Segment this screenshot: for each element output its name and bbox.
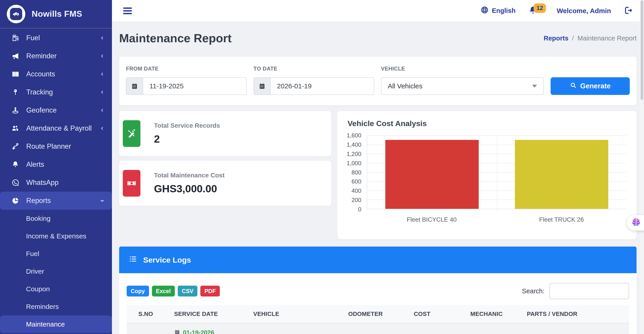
- menu-toggle-button[interactable]: [123, 7, 132, 14]
- sidebar-item-reminder[interactable]: Reminder: [0, 47, 112, 65]
- submenu-label: Booking: [26, 215, 50, 222]
- column-header-cost[interactable]: COST: [409, 305, 466, 323]
- sidebar-subitem-maintenance[interactable]: Maintenance: [0, 316, 112, 333]
- brand: Nowills FMS: [0, 0, 112, 28]
- banknote-icon: [123, 170, 140, 197]
- from-date-input[interactable]: [143, 78, 246, 94]
- sidebar-item-alerts[interactable]: Alerts: [0, 155, 112, 174]
- y-tick-label: 1,600: [347, 132, 361, 139]
- service-logs-body: CopyExcelCSVPDF Search: S.NO SERVICE DAT…: [119, 273, 636, 334]
- stat-value: 2: [154, 133, 220, 145]
- table-header-row: S.NO SERVICE DATE VEHICLE ODOMETER COST …: [127, 305, 629, 323]
- main-content: Maintenance Report Reports / Maintenance…: [112, 22, 640, 334]
- export-csv-button[interactable]: CSV: [178, 286, 198, 297]
- breadcrumb: Reports / Maintenance Report: [544, 34, 636, 42]
- submenu-label: Reminders: [26, 303, 59, 311]
- whatsapp-icon: [10, 179, 20, 186]
- geofence-icon: [10, 106, 20, 114]
- export-buttons: CopyExcelCSVPDF: [127, 286, 220, 297]
- service-logs-title: Service Logs: [143, 256, 191, 264]
- sidebar-item-route-planner[interactable]: Route Planner: [0, 137, 112, 155]
- sidebar: Nowills FMS Fuel Reminder Accounts Track…: [0, 0, 112, 334]
- sidebar-item-attendance-payroll[interactable]: Attendance & Payroll: [0, 119, 112, 137]
- notifications-button[interactable]: 12: [528, 6, 544, 16]
- vehicle-select[interactable]: All Vehicles: [381, 77, 544, 95]
- ai-assistant-widget[interactable]: [627, 215, 644, 231]
- sidebar-item-whatsapp[interactable]: WhatsApp: [0, 174, 112, 192]
- sidebar-subitem-booking[interactable]: Booking: [0, 210, 112, 227]
- column-header-sno[interactable]: S.NO: [127, 305, 170, 323]
- calendar-icon: [174, 329, 180, 334]
- reports-submenu: Booking Income & Expenses Fuel Driver Co…: [0, 210, 112, 333]
- tools-icon: [123, 120, 140, 147]
- search-icon: [570, 82, 576, 90]
- vehicle-field: VEHICLE All Vehicles: [381, 65, 544, 95]
- column-header-parts-vendor[interactable]: PARTS / VENDOR: [522, 305, 629, 323]
- x-category-label: Fleet BICYCLE 40: [407, 216, 457, 223]
- submenu-label: Coupon: [26, 285, 50, 293]
- sidebar-item-tracking[interactable]: Tracking: [0, 83, 112, 101]
- total-maintenance-cost-card: Total Maintenance Cost GHS3,000.00: [119, 161, 331, 206]
- logout-button[interactable]: [624, 6, 633, 16]
- sidebar-item-reports[interactable]: Reports: [0, 192, 112, 210]
- y-tick-label: 1,200: [347, 150, 361, 157]
- table-row: 01-19-2026: [127, 323, 629, 334]
- page-head: Maintenance Report Reports / Maintenance…: [119, 31, 636, 45]
- sidebar-item-accounts[interactable]: Accounts: [0, 65, 112, 83]
- sidebar-subitem-reminders[interactable]: Reminders: [0, 298, 112, 316]
- column-header-service-date[interactable]: SERVICE DATE: [170, 305, 249, 323]
- chevron-left-icon: [99, 89, 105, 95]
- sidebar-menu: Fuel Reminder Accounts Tracking Geof: [0, 28, 112, 333]
- stat-value: GHS3,000.00: [154, 183, 224, 195]
- table-search: Search:: [522, 283, 629, 299]
- filter-panel: FROM DATE TO DATE VEHICLE All Vehicles: [119, 56, 636, 105]
- sidebar-subitem-income-expenses[interactable]: Income & Expenses: [0, 227, 112, 245]
- bar-Fleet TRUCK 26: [515, 140, 608, 209]
- chevron-down-icon: [99, 198, 105, 203]
- sidebar-subitem-fuel[interactable]: Fuel: [0, 245, 112, 263]
- brain-icon: [630, 217, 642, 229]
- service-logs-section: Service Logs CopyExcelCSVPDF Search: S.N…: [119, 247, 636, 334]
- chevron-left-icon: [99, 108, 105, 113]
- language-label: English: [492, 7, 516, 14]
- page-title: Maintenance Report: [119, 31, 232, 45]
- y-tick-label: 0: [358, 206, 361, 213]
- sidebar-item-label: Geofence: [26, 106, 99, 114]
- notification-badge: 12: [534, 3, 546, 13]
- y-tick-label: 600: [352, 178, 361, 185]
- to-date-input[interactable]: [271, 78, 374, 94]
- chart-x-axis: Fleet BICYCLE 40Fleet TRUCK 26: [367, 216, 626, 225]
- export-excel-button[interactable]: Excel: [152, 286, 175, 297]
- column-header-odometer[interactable]: ODOMETER: [344, 305, 409, 323]
- service-date-value: 01-19-2026: [183, 329, 214, 334]
- column-header-vehicle[interactable]: VEHICLE: [249, 305, 344, 323]
- export-copy-button[interactable]: Copy: [127, 286, 149, 297]
- scrollbar-thumb[interactable]: [640, 0, 643, 100]
- breadcrumb-reports-link[interactable]: Reports: [544, 34, 568, 42]
- fuel-pump-icon: [10, 34, 20, 42]
- language-selector[interactable]: English: [480, 6, 516, 15]
- column-header-mechanic[interactable]: MECHANIC: [466, 305, 522, 323]
- generate-button[interactable]: Generate: [550, 77, 630, 95]
- generate-field: Generate: [550, 65, 630, 95]
- x-category-label: Fleet TRUCK 26: [539, 216, 584, 223]
- app-root: Nowills FMS Fuel Reminder Accounts Track…: [0, 0, 644, 334]
- dashboard-grid: Total Service Records 2 Total Maintenanc…: [119, 111, 636, 239]
- search-input[interactable]: [550, 283, 629, 299]
- submenu-label: Driver: [26, 268, 44, 275]
- logs-toolbar: CopyExcelCSVPDF Search:: [127, 283, 629, 299]
- export-pdf-button[interactable]: PDF: [200, 286, 220, 297]
- search-label: Search:: [522, 288, 544, 295]
- sidebar-item-fuel[interactable]: Fuel: [0, 29, 112, 47]
- stat-label: Total Service Records: [154, 122, 220, 129]
- people-gear-icon: [10, 124, 20, 132]
- sidebar-item-geofence[interactable]: Geofence: [0, 101, 112, 119]
- to-date-field: TO DATE: [254, 65, 374, 95]
- sidebar-subitem-coupon[interactable]: Coupon: [0, 280, 112, 298]
- submenu-label: Maintenance: [26, 321, 65, 328]
- y-tick-label: 1,000: [347, 160, 361, 167]
- sidebar-subitem-driver[interactable]: Driver: [0, 263, 112, 280]
- bell-icon: [10, 161, 20, 168]
- chevron-left-icon: [99, 126, 105, 131]
- sidebar-item-label: WhatsApp: [26, 179, 99, 187]
